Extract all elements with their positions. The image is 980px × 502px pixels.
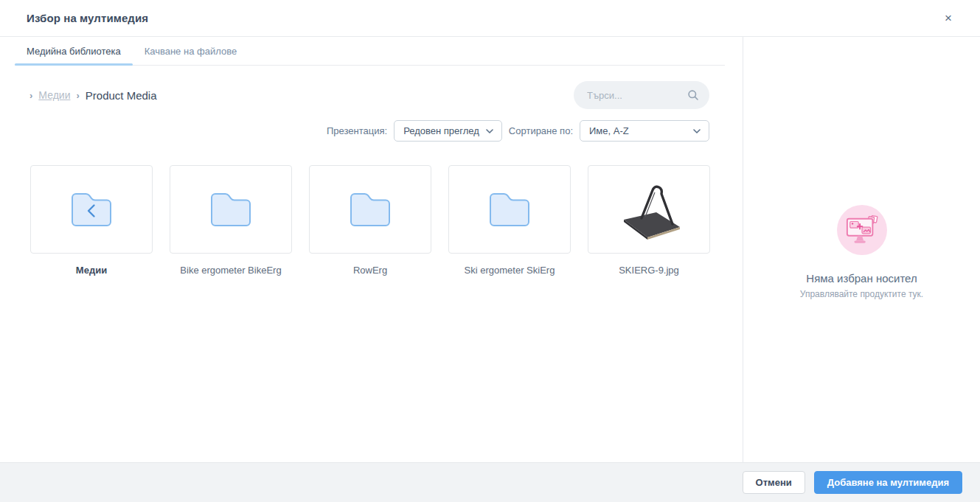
presentation-select[interactable]: Редовен преглед bbox=[394, 120, 502, 142]
dialog-footer: Отмени Добавяне на мултимедия bbox=[0, 462, 980, 502]
media-library-content: Медийна библиотека Качване на файлове › … bbox=[0, 37, 743, 462]
sort-label: Сортиране по: bbox=[509, 125, 573, 136]
sort-select[interactable]: Име, A-Z bbox=[580, 120, 709, 142]
chevron-down-icon bbox=[693, 129, 701, 133]
tab-label: Качване на файлове bbox=[145, 46, 237, 57]
dialog-body: Медийна библиотека Качване на файлове › … bbox=[0, 37, 980, 462]
tab-label: Медийна библиотека bbox=[27, 46, 121, 57]
tile-box bbox=[588, 165, 710, 254]
tile-label: RowErg bbox=[309, 265, 431, 276]
add-media-button[interactable]: Добавяне на мултимедия bbox=[814, 471, 962, 494]
folder-icon bbox=[488, 191, 531, 228]
tile-label: SKIERG-9.jpg bbox=[588, 265, 710, 276]
breadcrumb-current: Product Media bbox=[86, 89, 157, 102]
tab-bar: Медийна библиотека Качване на файлове bbox=[15, 37, 725, 66]
breadcrumb: › Медии › Product Media bbox=[29, 89, 157, 102]
monitor-media-icon bbox=[837, 205, 887, 255]
tile-box bbox=[309, 165, 431, 254]
media-grid: Медии Bike ergometer BikeErg bbox=[0, 142, 743, 276]
cancel-button[interactable]: Отмени bbox=[743, 471, 805, 494]
tab-upload-files[interactable]: Качване на файлове bbox=[133, 37, 249, 65]
tile-box bbox=[30, 165, 153, 254]
tab-media-library[interactable]: Медийна библиотека bbox=[15, 37, 133, 65]
tile-box bbox=[170, 165, 292, 254]
dialog-title: Избор на мултимедия bbox=[27, 12, 148, 24]
tile-label: Ski ergometer SkiErg bbox=[448, 265, 571, 276]
folder-icon bbox=[349, 191, 392, 228]
breadcrumb-chevron-icon: › bbox=[29, 90, 32, 101]
folder-icon bbox=[209, 191, 252, 228]
tile-box bbox=[448, 165, 571, 254]
empty-state-title: Няма избран носител bbox=[806, 272, 917, 285]
tile-label: Медии bbox=[30, 265, 153, 276]
search-icon[interactable] bbox=[687, 89, 699, 101]
grid-item-folder-bikeerg[interactable]: Bike ergometer BikeErg bbox=[170, 165, 292, 276]
search-input[interactable] bbox=[587, 90, 687, 101]
chevron-down-icon bbox=[486, 129, 493, 133]
preview-panel: Няма избран носител Управлявайте продукт… bbox=[743, 37, 980, 462]
search-box bbox=[574, 81, 709, 109]
presentation-value: Редовен преглед bbox=[403, 125, 479, 136]
presentation-label: Презентация: bbox=[327, 125, 387, 136]
breadcrumb-chevron-icon: › bbox=[76, 90, 79, 101]
empty-state-subtitle: Управлявайте продуктите тук. bbox=[800, 289, 923, 299]
dialog-header: Избор на мултимедия × bbox=[0, 0, 980, 37]
grid-item-folder-skierg[interactable]: Ski ergometer SkiErg bbox=[448, 165, 571, 276]
breadcrumb-link-media[interactable]: Медии bbox=[38, 89, 70, 101]
grid-item-image-skierg-jpg[interactable]: SKIERG-9.jpg bbox=[588, 165, 710, 276]
sort-value: Име, A-Z bbox=[589, 125, 629, 136]
close-icon[interactable]: × bbox=[942, 9, 955, 27]
grid-item-parent-folder[interactable]: Медии bbox=[30, 165, 153, 276]
grid-item-folder-rowerg[interactable]: RowErg bbox=[309, 165, 431, 276]
media-picker-dialog: Избор на мултимедия × Медийна библиотека… bbox=[0, 0, 980, 502]
tile-label: Bike ergometer BikeErg bbox=[170, 265, 292, 276]
folder-back-icon bbox=[70, 191, 113, 228]
skierg-thumbnail bbox=[614, 178, 684, 240]
breadcrumb-search-row: › Медии › Product Media bbox=[0, 66, 743, 109]
view-sort-controls: Презентация: Редовен преглед Сортиране п… bbox=[0, 109, 743, 142]
